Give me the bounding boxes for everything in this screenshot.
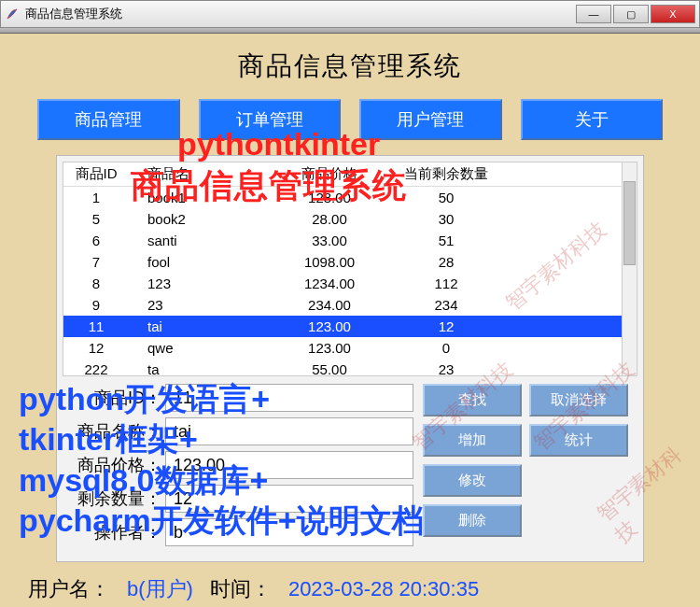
maximize-button[interactable]: ▢ (613, 5, 649, 23)
nav-orders[interactable]: 订单管理 (199, 99, 342, 140)
input-name[interactable]: tai (165, 417, 413, 445)
table-cell: 28.00 (269, 208, 390, 230)
table-cell: 51 (390, 230, 502, 251)
table-row[interactable]: 11tai123.0012 (63, 316, 637, 337)
table-cell: ta (129, 359, 269, 376)
table-cell: qwe (129, 337, 269, 359)
input-price[interactable]: 123.00 (165, 451, 413, 479)
col-price[interactable]: 商品价格 (269, 162, 390, 186)
window-title: 商品信息管理系统 (25, 6, 576, 22)
footer-time-value: 2023-03-28 20:30:35 (288, 577, 479, 601)
table-cell: santi (129, 230, 269, 251)
product-table[interactable]: 商品ID 商品名 商品价格 当前剩余数量 1book1128.00505book… (63, 162, 637, 376)
col-id[interactable]: 商品ID (63, 162, 129, 186)
label-price: 商品价格： (63, 454, 165, 476)
stats-button[interactable]: 统计 (529, 424, 628, 457)
table-cell: 9 (63, 294, 129, 316)
table-row[interactable]: 81231234.00112 (63, 273, 637, 294)
input-operator[interactable]: b (165, 518, 413, 546)
footer-user-value: b(用户) (127, 575, 193, 603)
nav-about[interactable]: 关于 (521, 99, 664, 140)
window-buttons: — ▢ X (576, 5, 695, 23)
table-cell: 112 (390, 273, 502, 294)
table-cell: 1 (63, 187, 129, 208)
table-cell: 7 (63, 251, 129, 273)
table-cell: 1098.00 (269, 251, 390, 273)
table-cell: 6 (63, 230, 129, 251)
nav-products[interactable]: 商品管理 (37, 99, 180, 140)
col-name[interactable]: 商品名 (129, 162, 269, 186)
minimize-button[interactable]: — (576, 5, 611, 23)
label-qty: 剩余数量： (63, 487, 165, 510)
label-id: 商品ID： (63, 387, 165, 409)
search-button[interactable]: 查找 (423, 384, 522, 416)
vertical-scrollbar[interactable] (622, 162, 637, 375)
table-row[interactable]: 5book228.0030 (63, 208, 637, 230)
table-cell: 12 (63, 337, 129, 359)
main-panel: 商品ID 商品名 商品价格 当前剩余数量 1book1128.00505book… (56, 155, 644, 562)
table-cell: 128.00 (269, 187, 390, 208)
form-fields: 商品ID： 11 商品名称： tai 商品价格： 123.00 剩余数量： 12… (63, 384, 413, 552)
footer-user-label: 用户名： (28, 575, 110, 603)
table-cell: 5 (63, 208, 129, 230)
add-button[interactable]: 增加 (423, 424, 522, 457)
input-id[interactable]: 11 (165, 384, 413, 412)
table-row[interactable]: 1book1128.0050 (63, 187, 637, 208)
table-cell: 11 (63, 316, 129, 337)
page-title: 商品信息管理系统 (19, 49, 681, 84)
table-cell: book2 (129, 208, 269, 230)
table-cell: 12 (390, 316, 502, 337)
table-row[interactable]: 923234.00234 (63, 294, 637, 316)
tk-feather-icon (5, 7, 20, 21)
table-row[interactable]: 7fool1098.0028 (63, 251, 637, 273)
nav-users[interactable]: 用户管理 (359, 99, 502, 140)
label-name: 商品名称： (63, 420, 165, 443)
table-cell: fool (129, 251, 269, 273)
table-cell: 0 (390, 337, 502, 359)
table-cell: 123.00 (269, 337, 390, 359)
table-row[interactable]: 222ta55.0023 (63, 359, 637, 376)
input-qty[interactable]: 12 (165, 485, 413, 513)
close-button[interactable]: X (651, 5, 695, 23)
nav-bar: 商品管理 订单管理 用户管理 关于 (37, 99, 663, 140)
cancel-selection-button[interactable]: 取消选择 (529, 384, 628, 416)
footer-time-label: 时间： (210, 575, 272, 603)
table-row[interactable]: 12qwe123.000 (63, 337, 637, 359)
col-qty[interactable]: 当前剩余数量 (390, 162, 502, 186)
table-cell: 123.00 (269, 316, 390, 337)
table-cell: 50 (390, 187, 502, 208)
table-header: 商品ID 商品名 商品价格 当前剩余数量 (63, 162, 637, 187)
label-operator: 操作者： (63, 521, 165, 543)
table-cell: 222 (63, 359, 129, 376)
table-row[interactable]: 6santi33.0051 (63, 230, 637, 251)
action-buttons: 查找 取消选择 增加 统计 修改 删除 (423, 384, 637, 552)
table-cell: 30 (390, 208, 502, 230)
table-cell: book1 (129, 187, 269, 208)
edit-button[interactable]: 修改 (423, 464, 522, 497)
form-area: 商品ID： 11 商品名称： tai 商品价格： 123.00 剩余数量： 12… (63, 384, 637, 552)
table-cell: 8 (63, 273, 129, 294)
table-cell: 234 (390, 294, 502, 316)
table-cell: tai (129, 316, 269, 337)
table-cell: 23 (129, 294, 269, 316)
table-cell: 28 (390, 251, 502, 273)
table-body: 1book1128.00505book228.00306santi33.0051… (63, 187, 637, 376)
table-cell: 55.00 (269, 359, 390, 376)
table-cell: 33.00 (269, 230, 390, 251)
window-titlebar: 商品信息管理系统 — ▢ X (0, 0, 700, 28)
table-cell: 23 (390, 359, 502, 376)
delete-button[interactable]: 删除 (423, 504, 522, 537)
status-bar: 用户名： b(用户) 时间： 2023-03-28 20:30:35 (19, 575, 681, 603)
table-cell: 234.00 (269, 294, 390, 316)
table-cell: 1234.00 (269, 273, 390, 294)
app-frame: 商品信息管理系统 商品管理 订单管理 用户管理 关于 商品ID 商品名 商品价格… (0, 34, 700, 607)
scrollbar-thumb[interactable] (623, 181, 636, 265)
table-cell: 123 (129, 273, 269, 294)
